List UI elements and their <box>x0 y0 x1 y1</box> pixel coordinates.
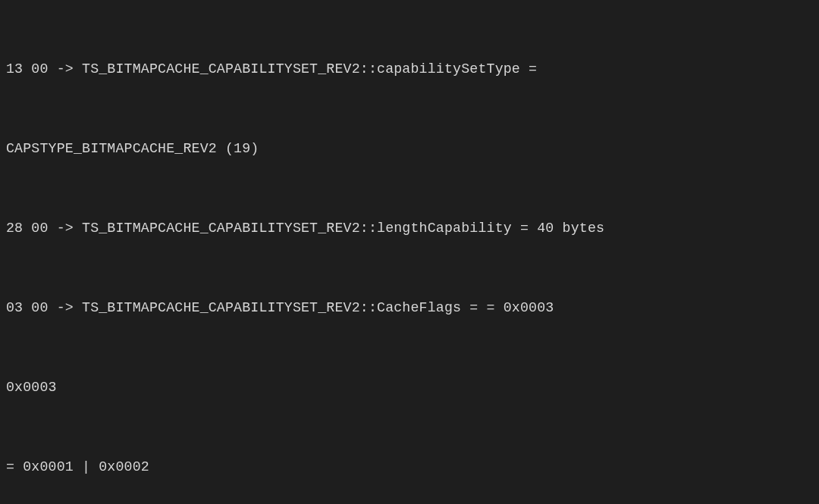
output-line: 0x0003 <box>6 374 813 401</box>
line-text: CAPSTYPE_BITMAPCACHE_REV2 (19) <box>6 141 259 156</box>
line-text: 28 00 -> TS_BITMAPCACHE_CAPABILITYSET_RE… <box>6 221 604 236</box>
line-text: 03 00 -> TS_BITMAPCACHE_CAPABILITYSET_RE… <box>6 300 554 315</box>
output-line: 03 00 -> TS_BITMAPCACHE_CAPABILITYSET_RE… <box>6 295 813 321</box>
output-line: 13 00 -> TS_BITMAPCACHE_CAPABILITYSET_RE… <box>6 56 813 83</box>
terminal-output: 13 00 -> TS_BITMAPCACHE_CAPABILITYSET_RE… <box>0 0 819 504</box>
output-line: = 0x0001 | 0x0002 <box>6 454 813 481</box>
output-line: CAPSTYPE_BITMAPCACHE_REV2 (19) <box>6 136 813 162</box>
output-line: 28 00 -> TS_BITMAPCACHE_CAPABILITYSET_RE… <box>6 215 813 242</box>
line-text: 0x0003 <box>6 380 57 395</box>
line-text: = 0x0001 | 0x0002 <box>6 459 149 474</box>
line-text: 13 00 -> TS_BITMAPCACHE_CAPABILITYSET_RE… <box>6 61 537 77</box>
